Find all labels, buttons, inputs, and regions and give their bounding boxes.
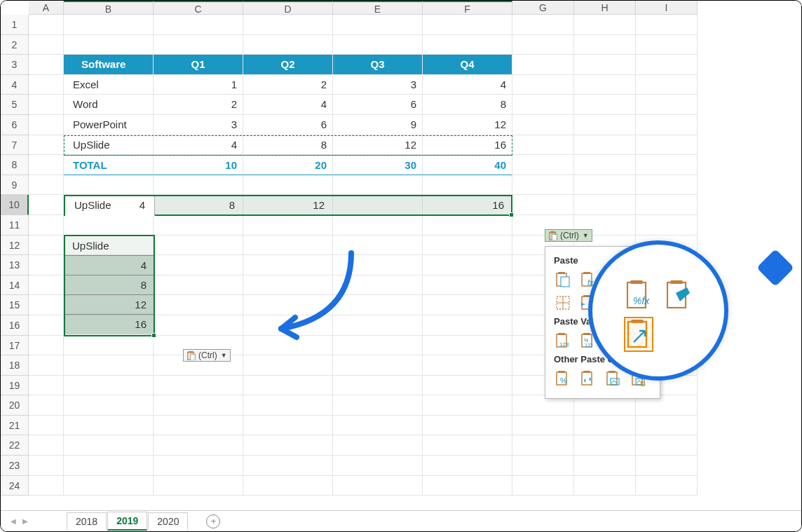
scroll-right-icon[interactable]: ▶ — [20, 517, 31, 525]
cell-D9[interactable] — [243, 175, 333, 196]
cell-H7[interactable] — [574, 135, 636, 156]
rowhead-5[interactable]: 5 — [1, 95, 29, 115]
rowhead-12[interactable]: 12 — [1, 236, 29, 256]
cell-C11[interactable] — [154, 215, 243, 236]
cell-D1[interactable] — [243, 15, 333, 35]
cell-F23[interactable] — [423, 456, 512, 476]
cell-A18[interactable] — [29, 355, 64, 376]
zoom-transpose-icon[interactable] — [624, 317, 653, 352]
cell-D17[interactable] — [243, 336, 333, 356]
cell-F19[interactable] — [423, 376, 512, 396]
cell-I23[interactable] — [636, 456, 698, 476]
cell-B18[interactable] — [64, 355, 154, 376]
cell-C14[interactable] — [154, 275, 243, 296]
cell-I21[interactable] — [636, 416, 698, 436]
cell-H22[interactable] — [574, 435, 636, 456]
cell-E6[interactable]: 9 — [333, 115, 423, 135]
cell-E16[interactable] — [333, 315, 423, 336]
sheet-tab-2019[interactable]: 2019 — [107, 512, 147, 531]
cell-I7[interactable] — [636, 135, 698, 156]
cell-C24[interactable] — [154, 476, 243, 496]
sheet-tab-2018[interactable]: 2018 — [67, 512, 107, 530]
cell-G2[interactable] — [512, 35, 574, 55]
cell-G10[interactable] — [512, 195, 574, 215]
cell-F9[interactable] — [423, 175, 512, 196]
rowhead-20[interactable]: 20 — [1, 395, 29, 416]
cell-H1[interactable] — [574, 15, 636, 35]
cell-C2[interactable] — [154, 35, 243, 55]
colhead-A[interactable]: A — [29, 1, 64, 15]
cell-C22[interactable] — [154, 435, 243, 456]
cell-F7[interactable]: 16 — [423, 135, 512, 156]
cell-B23[interactable] — [64, 456, 154, 476]
cell-C19[interactable] — [154, 376, 243, 396]
cell-E19[interactable] — [333, 376, 423, 396]
cell-B24[interactable] — [64, 476, 154, 496]
cell-H2[interactable] — [574, 35, 636, 55]
cell-H21[interactable] — [574, 416, 636, 436]
cell-G9[interactable] — [512, 175, 574, 196]
cell-C23[interactable] — [154, 456, 243, 476]
cell-A11[interactable] — [29, 215, 64, 236]
paste-format-only-icon[interactable]: % — [552, 368, 573, 389]
rowhead-23[interactable]: 23 — [1, 456, 29, 476]
cell-F14[interactable] — [423, 275, 512, 296]
colhead-D[interactable]: D — [243, 1, 333, 15]
cell-B17[interactable] — [64, 336, 154, 356]
cell-G5[interactable] — [512, 95, 574, 115]
cell-I4[interactable] — [636, 75, 698, 95]
cell-E13[interactable] — [333, 255, 423, 275]
cell-B6[interactable]: PowerPoint — [64, 115, 154, 135]
cell-F21[interactable] — [423, 416, 512, 436]
cell-F18[interactable] — [423, 355, 512, 376]
cell-B8[interactable]: TOTAL — [64, 155, 154, 175]
cell-B9[interactable] — [64, 175, 154, 196]
cell-C9[interactable] — [154, 175, 243, 196]
cell-A14[interactable] — [29, 275, 64, 296]
cell-E23[interactable] — [333, 456, 423, 476]
cell-I11[interactable] — [636, 215, 698, 236]
cell-D20[interactable] — [243, 395, 333, 416]
cell-B19[interactable] — [64, 376, 154, 396]
cell-A17[interactable] — [29, 336, 64, 356]
cell-D6[interactable]: 6 — [243, 115, 333, 135]
cell-D24[interactable] — [243, 476, 333, 496]
colhead-I[interactable]: I — [636, 1, 698, 15]
rowhead-6[interactable]: 6 — [1, 115, 29, 135]
cell-I8[interactable] — [636, 155, 698, 175]
cell-C7[interactable]: 4 — [154, 135, 243, 156]
cell-A8[interactable] — [29, 155, 64, 175]
cell-H6[interactable] — [574, 115, 636, 135]
cell-B4[interactable]: Excel — [64, 75, 154, 95]
cell-C13[interactable] — [154, 255, 243, 275]
paste-values-icon[interactable]: 123 — [552, 330, 573, 351]
cell-F13[interactable] — [423, 255, 512, 275]
cell-E18[interactable] — [333, 355, 423, 376]
cell-F12[interactable] — [423, 236, 512, 256]
cell-C10[interactable] — [154, 195, 243, 215]
cell-E7[interactable]: 12 — [333, 135, 423, 156]
cell-D4[interactable]: 2 — [243, 75, 333, 95]
cell-E2[interactable] — [333, 35, 423, 55]
cell-F8[interactable]: 40 — [423, 155, 512, 175]
cell-E17[interactable] — [333, 336, 423, 356]
cell-D2[interactable] — [243, 35, 333, 55]
cell-F16[interactable] — [423, 315, 512, 336]
cell-E21[interactable] — [333, 416, 423, 436]
cell-B11[interactable] — [64, 215, 154, 236]
colhead-F[interactable]: F — [423, 1, 512, 15]
rowhead-9[interactable]: 9 — [1, 175, 29, 196]
cell-E14[interactable] — [333, 275, 423, 296]
cell-H4[interactable] — [574, 75, 636, 95]
paste-default-icon[interactable] — [552, 269, 573, 290]
cell-H23[interactable] — [574, 456, 636, 476]
cell-C16[interactable] — [154, 315, 243, 336]
rowhead-24[interactable]: 24 — [1, 476, 29, 496]
cell-A10[interactable] — [29, 195, 64, 215]
rowhead-1[interactable]: 1 — [1, 15, 29, 35]
cell-B7[interactable]: UpSlide — [64, 135, 154, 156]
rowhead-14[interactable]: 14 — [1, 275, 29, 296]
cell-F4[interactable]: 4 — [423, 75, 512, 95]
cell-F10[interactable] — [423, 195, 512, 215]
cell-E10[interactable] — [333, 195, 423, 215]
